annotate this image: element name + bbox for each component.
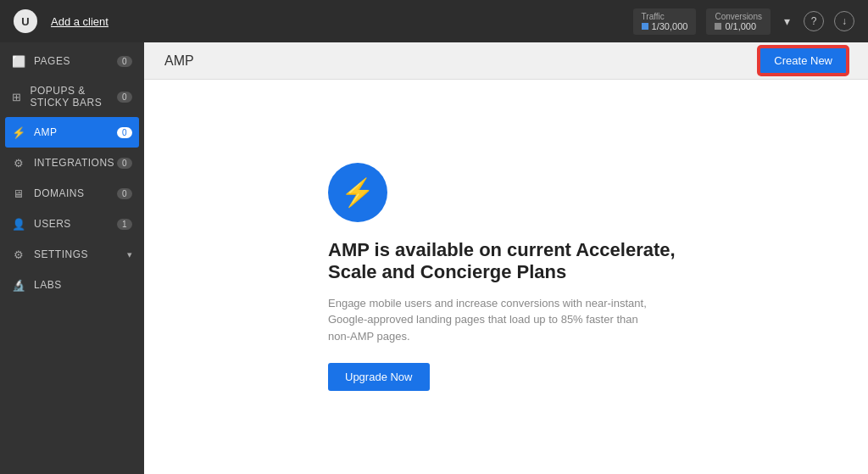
sidebar-label-amp: AMP [34, 126, 58, 138]
popups-icon: ⊞ [12, 90, 22, 103]
bolt-icon: ⚡ [341, 179, 375, 206]
domains-badge: 0 [117, 188, 132, 199]
content-main: ⚡ AMP is available on current Accelerate… [144, 80, 868, 474]
traffic-row: 1/30,000 [642, 21, 688, 31]
labs-icon: 🔬 [12, 278, 25, 292]
header-left: U Add a client [14, 9, 108, 33]
download-icon: ↓ [842, 15, 847, 27]
conversions-box: Conversions 0/1,000 [706, 8, 771, 35]
sidebar-item-users[interactable]: 👤 Users 1 [0, 209, 144, 239]
traffic-box: Traffic 1/30,000 [633, 8, 697, 35]
conv-row: 0/1,000 [715, 21, 756, 31]
download-button[interactable]: ↓ [834, 11, 854, 31]
integrations-icon: ⚙ [12, 156, 25, 170]
domains-icon: 🖥 [12, 187, 25, 200]
header-right: Traffic 1/30,000 Conversions 0/1,000 ▾ ?… [633, 8, 854, 35]
help-icon: ? [811, 15, 817, 27]
pages-icon: ⬜ [12, 54, 25, 68]
sidebar-item-labs[interactable]: 🔬 Labs [0, 270, 144, 300]
amp-badge: 0 [117, 127, 132, 138]
sidebar: ⬜ Pages 0 ⊞ Popups & Sticky Bars 0 ⚡ AMP… [0, 42, 144, 474]
sidebar-label-settings: Settings [34, 248, 88, 260]
amp-icon-wrapper: ⚡ [328, 163, 387, 222]
sidebar-item-settings[interactable]: ⚙ Settings ▾ [0, 239, 144, 270]
add-client-link[interactable]: Add a client [51, 15, 108, 28]
sidebar-label-popups: Popups & Sticky Bars [31, 85, 118, 109]
sidebar-label-pages: Pages [34, 55, 70, 67]
amp-description: Engage mobile users and increase convers… [328, 295, 650, 345]
logo: U [14, 9, 37, 33]
content-header: AMP Create New [144, 42, 868, 80]
conv-indicator-icon [715, 23, 721, 30]
amp-lightning-icon: ⚡ [328, 163, 387, 222]
page-title: AMP [164, 53, 194, 69]
users-badge: 1 [117, 219, 132, 230]
sidebar-item-pages[interactable]: ⬜ Pages 0 [0, 46, 144, 76]
pages-badge: 0 [117, 56, 132, 67]
amp-icon: ⚡ [12, 125, 25, 139]
amp-heading: AMP is available on current Accelerate, … [328, 239, 684, 283]
sidebar-item-amp[interactable]: ⚡ AMP 0 [5, 117, 139, 148]
sidebar-label-labs: Labs [34, 279, 62, 291]
settings-chevron-icon: ▾ [127, 249, 133, 260]
sidebar-item-popups[interactable]: ⊞ Popups & Sticky Bars 0 [0, 76, 144, 117]
logo-text: U [21, 15, 29, 28]
settings-icon: ⚙ [12, 248, 25, 261]
sidebar-label-domains: Domains [34, 187, 85, 199]
sidebar-item-integrations[interactable]: ⚙ Integrations 0 [0, 148, 144, 178]
conversions-label: Conversions [715, 12, 762, 21]
users-icon: 👤 [12, 217, 25, 231]
traffic-label: Traffic [642, 12, 665, 21]
top-header: U Add a client Traffic 1/30,000 Conversi… [0, 0, 868, 42]
sidebar-label-integrations: Integrations [34, 157, 114, 169]
integrations-badge: 0 [117, 158, 132, 169]
traffic-bar-icon [642, 23, 648, 30]
popups-badge: 0 [117, 92, 132, 103]
traffic-value: 1/30,000 [652, 21, 688, 31]
content-area: AMP Create New ⚡ AMP is available on cur… [144, 42, 868, 474]
amp-promo-section: ⚡ AMP is available on current Accelerate… [328, 163, 684, 392]
create-new-button[interactable]: Create New [759, 47, 848, 75]
main-layout: ⬜ Pages 0 ⊞ Popups & Sticky Bars 0 ⚡ AMP… [0, 42, 868, 474]
sidebar-item-domains[interactable]: 🖥 Domains 0 [0, 178, 144, 209]
upgrade-now-button[interactable]: Upgrade Now [328, 363, 430, 391]
conversions-value: 0/1,000 [725, 21, 756, 31]
sidebar-label-users: Users [34, 218, 71, 230]
conversions-dropdown-button[interactable]: ▾ [781, 11, 793, 31]
help-button[interactable]: ? [804, 11, 824, 31]
